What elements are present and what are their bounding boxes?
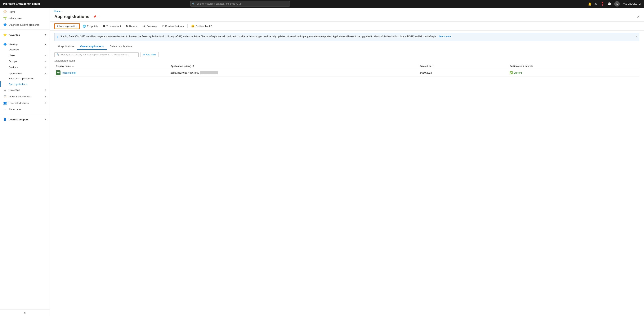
new-registration-button[interactable]: + New registration <box>54 23 80 29</box>
close-button[interactable]: ✕ <box>637 15 640 19</box>
got-feedback-button[interactable]: 😊 Got feedback? <box>189 23 214 29</box>
refresh-button[interactable]: ↻ Refresh <box>124 23 140 29</box>
sidebar-item-show-more[interactable]: ··· Show more <box>0 106 50 113</box>
sidebar-label-users: Users <box>9 54 43 57</box>
sidebar-item-external-identities[interactable]: 👥 External Identities ∨ <box>0 100 50 106</box>
table-count: 1 applications found <box>54 59 640 62</box>
sidebar-label-external-identities: External Identities <box>9 102 43 104</box>
got-feedback-label: Got feedback? <box>196 25 212 28</box>
sidebar-label-groups: Groups <box>9 60 43 63</box>
sidebar-label-identity: Identity <box>9 43 43 46</box>
sort-icon-created[interactable]: ↑↓ <box>433 65 434 67</box>
sidebar-item-home[interactable]: 🏠 Home <box>0 9 50 15</box>
users-chevron: ∨ <box>45 54 46 57</box>
preview-features-label: Preview features <box>165 25 184 28</box>
sidebar-favorites[interactable]: ⭐ Favorites ∨ <box>0 31 50 37</box>
learn-support-chevron: ∧ <box>45 118 46 121</box>
tab-owned-applications[interactable]: Owned applications <box>77 43 107 50</box>
external-identities-chevron: ∨ <box>45 102 46 104</box>
download-label: Download <box>146 25 158 28</box>
feedback-icon[interactable]: 💬 <box>608 2 611 6</box>
breadcrumb-separator: › <box>62 10 62 13</box>
endpoints-button[interactable]: 🌐 Endpoints <box>80 23 100 29</box>
content-area: Home › App registrations 📌 ··· ✕ + New r… <box>50 8 644 316</box>
svg-text:KU: KU <box>616 3 618 5</box>
avatar[interactable]: KU <box>614 1 620 7</box>
tab-deleted-applications[interactable]: Deleted applications <box>107 43 135 50</box>
filter-search-icon: 🔍 <box>56 53 60 56</box>
col-display-name: Display name ↑↓ <box>54 64 169 69</box>
sidebar-identity[interactable]: 🔷 Identity ∧ <box>0 41 50 47</box>
new-registration-label: New registration <box>59 25 77 28</box>
sidebar-item-app-registrations[interactable]: App registrations <box>0 81 50 87</box>
sidebar-collapse-button[interactable]: « <box>0 309 50 316</box>
sidebar-learn-support[interactable]: 👤 Learn & support ∧ <box>0 116 50 122</box>
identity-governance-icon: 📋 <box>3 95 7 98</box>
search-input[interactable] <box>190 1 290 7</box>
client-id-value: 26b57b52-9f2a-4ea6-bf98-██████████ <box>170 71 218 74</box>
sidebar-item-diagnose[interactable]: 🔷 Diagnose & solve problems <box>0 22 50 28</box>
tab-all-applications[interactable]: All applications <box>54 43 77 50</box>
filter-input[interactable] <box>61 53 136 56</box>
settings-icon[interactable]: ⚙ <box>595 2 598 6</box>
favorites-icon: ⭐ <box>3 33 7 37</box>
sort-icon-name[interactable]: ↑↓ <box>72 65 74 67</box>
table-header-row: Display name ↑↓ Application (client) ID … <box>54 64 640 69</box>
page-header-icons: 📌 ··· <box>93 15 100 18</box>
col-created-on: Created on ↑↓ <box>418 64 508 69</box>
identity-governance-chevron: ∨ <box>45 95 46 98</box>
sidebar-item-groups[interactable]: Groups ∨ <box>0 58 50 64</box>
banner-close-button[interactable]: ✕ <box>636 35 638 38</box>
favorites-chevron: ∨ <box>45 34 46 36</box>
collapse-icon: « <box>24 311 26 314</box>
pin-icon[interactable]: 📌 <box>93 15 96 18</box>
app-name-link[interactable]: kuberocketci <box>62 71 76 74</box>
plus-icon: + <box>57 25 58 28</box>
sidebar-item-protection[interactable]: 🛡 Protection ∨ <box>0 87 50 93</box>
endpoints-label: Endpoints <box>87 25 98 28</box>
troubleshoot-icon: ✖ <box>103 25 105 28</box>
troubleshoot-button[interactable]: ✖ Troubleshoot <box>101 23 123 29</box>
sidebar-label-enterprise-apps: Enterprise applications <box>9 77 34 80</box>
sidebar-item-overview[interactable]: Overview <box>0 47 50 52</box>
username-label: KUBEROCKETCI <box>623 3 641 5</box>
refresh-icon: ↻ <box>126 25 128 28</box>
download-icon: ⬇ <box>143 25 145 28</box>
sidebar-label-protection: Protection <box>9 89 43 91</box>
add-filters-label: Add filters <box>146 53 156 56</box>
external-identities-icon: 👥 <box>3 101 7 105</box>
sidebar-item-identity-governance[interactable]: 📋 Identity Governance ∨ <box>0 93 50 100</box>
redacted-id: ██████████ <box>200 71 218 74</box>
devices-chevron: ∨ <box>45 66 46 68</box>
sidebar-item-enterprise-apps[interactable]: Enterprise applications <box>0 76 50 81</box>
app-name-cell: KU kuberocketci <box>56 70 168 75</box>
learn-more-link[interactable]: Learn more <box>439 35 451 38</box>
banner-text: Starting June 30th, 2020 we will no long… <box>60 35 436 38</box>
sidebar-item-whats-new[interactable]: 🌱 What's new <box>0 15 50 22</box>
identity-icon: 🔷 <box>3 43 7 46</box>
sidebar-item-devices[interactable]: Devices ∨ <box>0 64 50 70</box>
download-button[interactable]: ⬇ Download <box>141 23 160 29</box>
topbar-icons: 🔔 ⚙ ❓ 💬 KU KUBEROCKETCI <box>588 1 641 7</box>
filter-input-container: 🔍 <box>54 52 138 57</box>
sidebar-label-identity-governance: Identity Governance <box>9 95 43 98</box>
preview-features-button[interactable]: □ Preview features <box>160 23 186 29</box>
main-layout: 🏠 Home 🌱 What's new 🔷 Diagnose & solve p… <box>0 8 644 316</box>
sidebar-label-home: Home <box>9 10 46 13</box>
groups-chevron: ∨ <box>45 60 46 63</box>
breadcrumb-home[interactable]: Home <box>54 10 60 13</box>
data-table: Display name ↑↓ Application (client) ID … <box>54 64 640 77</box>
protection-chevron: ∨ <box>45 89 46 91</box>
help-icon[interactable]: ❓ <box>600 2 604 6</box>
table-body: KU kuberocketci 26b57b52-9f2a-4ea6-bf98-… <box>54 69 640 77</box>
sidebar-applications[interactable]: Applications ∧ <box>0 70 50 76</box>
cert-check-icon: ✅ <box>510 71 513 74</box>
notification-icon[interactable]: 🔔 <box>588 2 592 6</box>
breadcrumb: Home › <box>50 8 644 13</box>
add-filters-button[interactable]: ⊕ Add filters <box>140 52 159 57</box>
sidebar-label-diagnose: Diagnose & solve problems <box>9 23 46 26</box>
sidebar: 🏠 Home 🌱 What's new 🔷 Diagnose & solve p… <box>0 8 50 316</box>
sidebar-item-users[interactable]: Users ∨ <box>0 52 50 58</box>
more-icon[interactable]: ··· <box>98 15 100 18</box>
whats-new-icon: 🌱 <box>3 17 7 20</box>
